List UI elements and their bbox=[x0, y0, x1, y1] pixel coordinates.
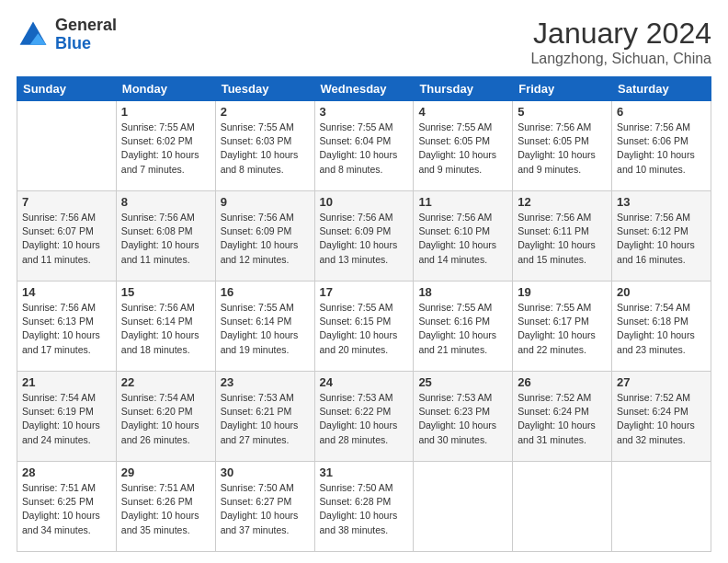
day-number: 13 bbox=[617, 195, 706, 209]
day-number: 4 bbox=[418, 105, 507, 119]
day-info: Sunrise: 7:55 AM Sunset: 6:15 PM Dayligh… bbox=[320, 301, 409, 357]
day-number: 22 bbox=[121, 375, 210, 389]
day-number: 30 bbox=[221, 465, 310, 479]
calendar-cell: 4Sunrise: 7:55 AM Sunset: 6:05 PM Daylig… bbox=[414, 101, 513, 191]
day-info: Sunrise: 7:53 AM Sunset: 6:22 PM Dayligh… bbox=[320, 391, 409, 447]
calendar-cell: 29Sunrise: 7:51 AM Sunset: 6:26 PM Dayli… bbox=[116, 462, 215, 552]
day-info: Sunrise: 7:52 AM Sunset: 6:24 PM Dayligh… bbox=[617, 391, 706, 447]
week-row-3: 21Sunrise: 7:54 AM Sunset: 6:19 PM Dayli… bbox=[17, 372, 711, 462]
calendar-cell: 6Sunrise: 7:56 AM Sunset: 6:06 PM Daylig… bbox=[612, 101, 711, 191]
calendar-cell: 24Sunrise: 7:53 AM Sunset: 6:22 PM Dayli… bbox=[314, 372, 414, 462]
weekday-friday: Friday bbox=[513, 77, 612, 101]
day-number: 27 bbox=[617, 375, 706, 389]
day-number: 9 bbox=[221, 195, 310, 209]
day-number: 23 bbox=[221, 375, 310, 389]
day-number: 8 bbox=[121, 195, 210, 209]
calendar-cell: 13Sunrise: 7:56 AM Sunset: 6:12 PM Dayli… bbox=[612, 191, 711, 282]
day-info: Sunrise: 7:53 AM Sunset: 6:21 PM Dayligh… bbox=[221, 391, 310, 447]
calendar-cell bbox=[513, 462, 612, 552]
day-info: Sunrise: 7:55 AM Sunset: 6:02 PM Dayligh… bbox=[121, 121, 210, 177]
day-number: 18 bbox=[418, 285, 507, 299]
calendar-cell: 2Sunrise: 7:55 AM Sunset: 6:03 PM Daylig… bbox=[215, 101, 314, 191]
day-number: 26 bbox=[518, 375, 607, 389]
week-row-2: 14Sunrise: 7:56 AM Sunset: 6:13 PM Dayli… bbox=[17, 282, 711, 372]
calendar-cell: 22Sunrise: 7:54 AM Sunset: 6:20 PM Dayli… bbox=[116, 372, 215, 462]
weekday-thursday: Thursday bbox=[414, 77, 513, 101]
day-number: 3 bbox=[320, 105, 409, 119]
day-number: 28 bbox=[22, 465, 111, 479]
day-number: 21 bbox=[22, 375, 111, 389]
day-number: 14 bbox=[22, 285, 111, 299]
calendar-cell: 28Sunrise: 7:51 AM Sunset: 6:25 PM Dayli… bbox=[17, 462, 117, 552]
day-info: Sunrise: 7:54 AM Sunset: 6:18 PM Dayligh… bbox=[617, 301, 706, 357]
header: General Blue January 2024 Langzhong, Sic… bbox=[17, 17, 711, 67]
day-info: Sunrise: 7:51 AM Sunset: 6:26 PM Dayligh… bbox=[121, 481, 210, 537]
day-number: 31 bbox=[320, 465, 409, 479]
day-info: Sunrise: 7:56 AM Sunset: 6:08 PM Dayligh… bbox=[121, 211, 210, 267]
day-info: Sunrise: 7:55 AM Sunset: 6:17 PM Dayligh… bbox=[518, 301, 607, 357]
calendar-cell: 9Sunrise: 7:56 AM Sunset: 6:09 PM Daylig… bbox=[215, 191, 314, 282]
calendar-cell: 30Sunrise: 7:50 AM Sunset: 6:27 PM Dayli… bbox=[215, 462, 314, 552]
calendar-cell: 3Sunrise: 7:55 AM Sunset: 6:04 PM Daylig… bbox=[314, 101, 414, 191]
day-info: Sunrise: 7:56 AM Sunset: 6:12 PM Dayligh… bbox=[617, 211, 706, 267]
weekday-header-row: SundayMondayTuesdayWednesdayThursdayFrid… bbox=[17, 77, 711, 101]
calendar-cell: 1Sunrise: 7:55 AM Sunset: 6:02 PM Daylig… bbox=[116, 101, 215, 191]
calendar-cell: 15Sunrise: 7:56 AM Sunset: 6:14 PM Dayli… bbox=[116, 282, 215, 372]
calendar-cell bbox=[612, 462, 711, 552]
day-number: 19 bbox=[518, 285, 607, 299]
day-info: Sunrise: 7:56 AM Sunset: 6:11 PM Dayligh… bbox=[518, 211, 607, 267]
day-number: 12 bbox=[518, 195, 607, 209]
page: General Blue January 2024 Langzhong, Sic… bbox=[0, 0, 728, 563]
day-number: 10 bbox=[320, 195, 409, 209]
day-number: 29 bbox=[121, 465, 210, 479]
day-number: 2 bbox=[221, 105, 310, 119]
day-number: 17 bbox=[320, 285, 409, 299]
calendar-cell: 19Sunrise: 7:55 AM Sunset: 6:17 PM Dayli… bbox=[513, 282, 612, 372]
logo-icon bbox=[17, 18, 50, 52]
calendar-cell: 20Sunrise: 7:54 AM Sunset: 6:18 PM Dayli… bbox=[612, 282, 711, 372]
day-info: Sunrise: 7:52 AM Sunset: 6:24 PM Dayligh… bbox=[518, 391, 607, 447]
calendar-cell: 7Sunrise: 7:56 AM Sunset: 6:07 PM Daylig… bbox=[17, 191, 117, 282]
day-info: Sunrise: 7:53 AM Sunset: 6:23 PM Dayligh… bbox=[418, 391, 507, 447]
day-info: Sunrise: 7:54 AM Sunset: 6:20 PM Dayligh… bbox=[121, 391, 210, 447]
calendar-cell: 8Sunrise: 7:56 AM Sunset: 6:08 PM Daylig… bbox=[116, 191, 215, 282]
month-title: January 2024 bbox=[530, 17, 711, 51]
day-number: 15 bbox=[121, 285, 210, 299]
logo-text: General Blue bbox=[55, 17, 117, 53]
weekday-saturday: Saturday bbox=[612, 77, 711, 101]
weekday-wednesday: Wednesday bbox=[314, 77, 414, 101]
day-number: 6 bbox=[617, 105, 706, 119]
day-info: Sunrise: 7:56 AM Sunset: 6:14 PM Dayligh… bbox=[121, 301, 210, 357]
calendar-cell: 21Sunrise: 7:54 AM Sunset: 6:19 PM Dayli… bbox=[17, 372, 117, 462]
day-number: 7 bbox=[22, 195, 111, 209]
calendar-table: SundayMondayTuesdayWednesdayThursdayFrid… bbox=[17, 76, 711, 552]
day-info: Sunrise: 7:51 AM Sunset: 6:25 PM Dayligh… bbox=[22, 481, 111, 537]
day-info: Sunrise: 7:56 AM Sunset: 6:09 PM Dayligh… bbox=[320, 211, 409, 267]
calendar-cell: 26Sunrise: 7:52 AM Sunset: 6:24 PM Dayli… bbox=[513, 372, 612, 462]
calendar-cell: 25Sunrise: 7:53 AM Sunset: 6:23 PM Dayli… bbox=[414, 372, 513, 462]
calendar-cell: 27Sunrise: 7:52 AM Sunset: 6:24 PM Dayli… bbox=[612, 372, 711, 462]
day-number: 25 bbox=[418, 375, 507, 389]
day-info: Sunrise: 7:55 AM Sunset: 6:04 PM Dayligh… bbox=[320, 121, 409, 177]
calendar-cell: 18Sunrise: 7:55 AM Sunset: 6:16 PM Dayli… bbox=[414, 282, 513, 372]
day-number: 11 bbox=[418, 195, 507, 209]
day-number: 16 bbox=[221, 285, 310, 299]
day-info: Sunrise: 7:56 AM Sunset: 6:06 PM Dayligh… bbox=[617, 121, 706, 177]
day-info: Sunrise: 7:56 AM Sunset: 6:13 PM Dayligh… bbox=[22, 301, 111, 357]
calendar-cell: 11Sunrise: 7:56 AM Sunset: 6:10 PM Dayli… bbox=[414, 191, 513, 282]
day-info: Sunrise: 7:56 AM Sunset: 6:09 PM Dayligh… bbox=[221, 211, 310, 267]
day-number: 5 bbox=[518, 105, 607, 119]
week-row-1: 7Sunrise: 7:56 AM Sunset: 6:07 PM Daylig… bbox=[17, 191, 711, 282]
week-row-4: 28Sunrise: 7:51 AM Sunset: 6:25 PM Dayli… bbox=[17, 462, 711, 552]
day-info: Sunrise: 7:50 AM Sunset: 6:28 PM Dayligh… bbox=[320, 481, 409, 537]
day-info: Sunrise: 7:55 AM Sunset: 6:16 PM Dayligh… bbox=[418, 301, 507, 357]
day-info: Sunrise: 7:55 AM Sunset: 6:14 PM Dayligh… bbox=[221, 301, 310, 357]
logo: General Blue bbox=[17, 17, 117, 53]
day-info: Sunrise: 7:56 AM Sunset: 6:10 PM Dayligh… bbox=[418, 211, 507, 267]
calendar-cell: 5Sunrise: 7:56 AM Sunset: 6:05 PM Daylig… bbox=[513, 101, 612, 191]
calendar-cell bbox=[414, 462, 513, 552]
calendar-cell: 17Sunrise: 7:55 AM Sunset: 6:15 PM Dayli… bbox=[314, 282, 414, 372]
calendar-cell: 23Sunrise: 7:53 AM Sunset: 6:21 PM Dayli… bbox=[215, 372, 314, 462]
location: Langzhong, Sichuan, China bbox=[530, 51, 711, 67]
day-info: Sunrise: 7:55 AM Sunset: 6:03 PM Dayligh… bbox=[221, 121, 310, 177]
